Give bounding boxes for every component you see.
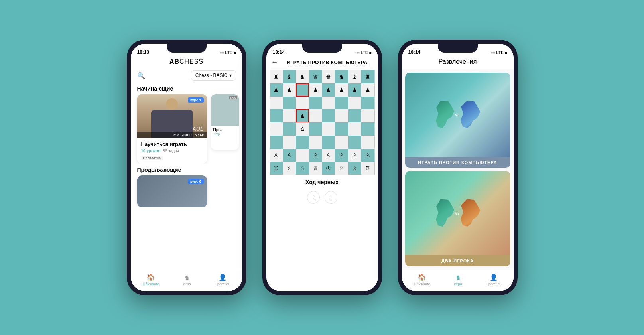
chess-cell-4-2[interactable]: ♙ bbox=[296, 122, 309, 136]
chess-cell-6-5[interactable]: ♙ bbox=[335, 149, 348, 162]
chess-cell-4-4[interactable] bbox=[322, 122, 335, 136]
chess-cell-7-0[interactable]: ♖ bbox=[270, 162, 283, 175]
chess-cell-3-2[interactable]: ♟ bbox=[296, 109, 309, 122]
nav-learning-1[interactable]: 🏠 Обучение bbox=[138, 272, 164, 288]
chess-cell-2-2[interactable] bbox=[296, 97, 309, 110]
chess-cell-0-6[interactable]: ♝ bbox=[348, 70, 361, 83]
nav-game-label-3: Игра bbox=[454, 282, 462, 286]
chess-cell-2-6[interactable] bbox=[348, 97, 361, 110]
signal-3: ▪▪▪ LTE ■ bbox=[491, 51, 507, 55]
chess-cell-6-0[interactable]: ♙ bbox=[270, 149, 283, 162]
chess-cell-2-3[interactable] bbox=[309, 97, 322, 110]
chess-cell-4-6[interactable] bbox=[348, 122, 361, 136]
game-cards: vs ИГРАТЬ ПРОТИВ КОМПЬЮТЕРА vs bbox=[402, 69, 514, 270]
chess-cell-5-2[interactable] bbox=[296, 136, 309, 149]
nav-game-3[interactable]: ♞ Игра bbox=[449, 272, 467, 288]
chess-cell-7-2[interactable]: ♘ bbox=[296, 162, 309, 175]
chess-cell-3-4[interactable] bbox=[322, 109, 335, 122]
chess-cell-0-1[interactable]: ♝ bbox=[283, 70, 296, 83]
nav-learning-3[interactable]: 🏠 Обучение bbox=[409, 272, 435, 288]
chess-cell-5-1[interactable] bbox=[283, 136, 296, 149]
vs-computer-card[interactable]: vs ИГРАТЬ ПРОТИВ КОМПЬЮТЕРА bbox=[405, 73, 510, 168]
chess-cell-1-1[interactable]: ♟ bbox=[283, 83, 296, 97]
chess-cell-5-3[interactable] bbox=[309, 136, 322, 149]
chess-cell-7-5[interactable]: ♘ bbox=[335, 162, 348, 175]
chess-cell-0-4[interactable]: ♚ bbox=[322, 70, 335, 83]
chess-cell-1-4[interactable]: ♟ bbox=[322, 83, 335, 97]
chess-cell-2-1[interactable] bbox=[283, 97, 296, 110]
chess-cell-4-7[interactable] bbox=[361, 122, 374, 136]
home-icon-3: 🏠 bbox=[418, 274, 426, 281]
course-meta-1: 10 уроков 86 задач Бесплатна bbox=[141, 149, 203, 160]
chess-board[interactable]: ♜♝♞♛♚♞♝♜♟♟♟♟♟♟♟♟♙♙♙♙♙♙♙♙♖♗♘♕♔♘♗♖ bbox=[270, 70, 375, 175]
chess-cell-6-4[interactable]: ♙ bbox=[322, 149, 335, 162]
search-icon[interactable]: 🔍 bbox=[137, 72, 145, 79]
chess-cell-4-1[interactable] bbox=[283, 122, 296, 136]
nav-learning-label-3: Обучение bbox=[414, 282, 430, 286]
chess-cell-3-6[interactable] bbox=[348, 109, 361, 122]
chess-cell-1-3[interactable]: ♟ bbox=[309, 83, 322, 97]
knight-teal-icon bbox=[434, 101, 456, 129]
chess-cell-4-3[interactable] bbox=[309, 122, 322, 136]
level-dropdown[interactable]: Chess - BASIC ▾ bbox=[191, 70, 236, 81]
chess-prev-btn[interactable]: ‹ bbox=[307, 191, 320, 204]
notch-3 bbox=[438, 44, 478, 53]
chess-cell-6-2[interactable] bbox=[296, 149, 309, 162]
course-card-body-1: Научиться играть 10 уроков 86 задач Бесп… bbox=[137, 138, 207, 164]
chess-next-btn[interactable]: › bbox=[325, 191, 337, 204]
chess-cell-7-6[interactable]: ♗ bbox=[348, 162, 361, 175]
chess-cell-1-6[interactable]: ♟ bbox=[348, 83, 361, 97]
course-card-1[interactable]: PAUL курс 1 MM Аккозов Берик Научиться и… bbox=[137, 94, 207, 164]
chess-cell-0-2[interactable]: ♞ bbox=[296, 70, 309, 83]
chess-cell-5-7[interactable] bbox=[361, 136, 374, 149]
chess-cell-4-5[interactable] bbox=[335, 122, 348, 136]
chess-cell-5-4[interactable] bbox=[322, 136, 335, 149]
chess-cell-3-3[interactable] bbox=[309, 109, 322, 122]
nav-game-label-1: Игра bbox=[183, 282, 191, 286]
back-button[interactable]: ← bbox=[271, 58, 278, 67]
notch-1 bbox=[167, 44, 207, 53]
chess-cell-2-5[interactable] bbox=[335, 97, 348, 110]
chess-cell-1-0[interactable]: ♟ bbox=[270, 83, 283, 97]
knight-teal2-icon bbox=[434, 199, 456, 227]
chess-cell-2-0[interactable] bbox=[270, 97, 283, 110]
chess-cell-7-4[interactable]: ♔ bbox=[322, 162, 335, 175]
chess-cell-3-7[interactable] bbox=[361, 109, 374, 122]
chess-cell-2-4[interactable] bbox=[322, 97, 335, 110]
home-icon-1: 🏠 bbox=[147, 274, 155, 281]
continuing-card-1[interactable]: курс 6 bbox=[137, 175, 207, 207]
chess-cell-1-5[interactable]: ♟ bbox=[335, 83, 348, 97]
chess-cell-2-7[interactable] bbox=[361, 97, 374, 110]
knights-two-players: vs bbox=[405, 171, 510, 255]
chess-cell-7-1[interactable]: ♗ bbox=[283, 162, 296, 175]
nav-profile-1[interactable]: 👤 Профиль bbox=[210, 272, 235, 288]
chess-cell-6-7[interactable]: ♙ bbox=[361, 149, 374, 162]
chess-cell-1-2[interactable] bbox=[296, 83, 309, 97]
chess-cell-0-0[interactable]: ♜ bbox=[270, 70, 283, 83]
course-card-img-1: PAUL курс 1 MM Аккозов Берик bbox=[137, 94, 207, 138]
chess-cell-3-1[interactable] bbox=[283, 109, 296, 122]
chess-cell-5-0[interactable] bbox=[270, 136, 283, 149]
chess-cell-1-7[interactable]: ♟ bbox=[361, 83, 374, 97]
chess-cell-6-1[interactable]: ♙ bbox=[283, 149, 296, 162]
course-card-partial[interactable]: курс Пр... 7 ур bbox=[211, 94, 239, 150]
nav-profile-3[interactable]: 👤 Профиль bbox=[481, 272, 506, 288]
chess-cell-3-0[interactable] bbox=[270, 109, 283, 122]
chess-cell-0-3[interactable]: ♛ bbox=[309, 70, 322, 83]
chess-cell-7-3[interactable]: ♕ bbox=[309, 162, 322, 175]
chess-cell-6-3[interactable]: ♙ bbox=[309, 149, 322, 162]
two-players-card[interactable]: vs ДВА ИГРОКА bbox=[405, 171, 510, 266]
nav-game-1[interactable]: ♞ Игра bbox=[178, 272, 196, 288]
chess-cell-4-0[interactable] bbox=[270, 122, 283, 136]
section-continuing: Продолжающие bbox=[131, 164, 242, 175]
knight-blue-icon bbox=[459, 101, 481, 129]
chess-cell-5-5[interactable] bbox=[335, 136, 348, 149]
signal-1: ▪▪▪ LTE ■ bbox=[220, 51, 236, 55]
chess-cell-0-7[interactable]: ♜ bbox=[361, 70, 374, 83]
chess-cell-3-5[interactable] bbox=[335, 109, 348, 122]
chess-cell-6-6[interactable]: ♙ bbox=[348, 149, 361, 162]
chess-cell-5-6[interactable] bbox=[348, 136, 361, 149]
chess-cell-7-7[interactable]: ♖ bbox=[361, 162, 374, 175]
bottom-nav-1: 🏠 Обучение ♞ Игра 👤 Профиль bbox=[131, 270, 242, 291]
chess-cell-0-5[interactable]: ♞ bbox=[335, 70, 348, 83]
